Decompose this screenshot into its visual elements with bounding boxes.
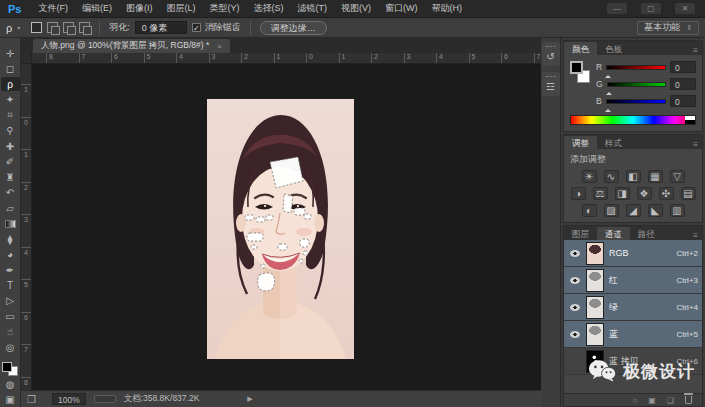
menu-item-select[interactable]: 选择(S) [246,2,290,15]
add-to-selection-icon[interactable] [47,22,58,33]
quick-mask-button[interactable]: ◍ [1,377,20,391]
history-brush-tool[interactable]: ↶ [1,185,20,199]
healing-brush-tool[interactable]: ✚ [1,139,20,153]
vibrance-icon[interactable]: ▽ [670,170,685,183]
type-tool[interactable]: T [1,278,20,292]
marquee-tool[interactable]: ◻ [1,61,20,75]
channel-row-blue[interactable]: 蓝 Ctrl+5 [564,321,702,348]
menu-item-file[interactable]: 文件(F) [31,2,75,15]
foreground-color-swatch[interactable] [2,362,12,372]
load-selection-icon[interactable]: ○ [632,396,637,405]
foreground-color-swatch[interactable] [570,61,583,74]
crop-tool[interactable]: ⌗ [1,108,20,122]
color-spectrum-ramp[interactable] [570,115,696,125]
blur-tool[interactable]: ⧫ [1,232,20,246]
portrait-image[interactable] [207,99,354,359]
vertical-ruler[interactable]: 1012345678 [21,64,32,390]
refine-edge-button[interactable]: 调整边缘… [260,21,327,35]
subtract-from-selection-icon[interactable] [63,22,74,33]
feather-input[interactable]: 0 像素 [135,21,187,34]
visibility-eye-icon[interactable] [568,249,581,258]
shape-tool[interactable]: ▭ [1,309,20,323]
panel-menu-icon[interactable]: ≡ [693,231,702,240]
new-channel-icon[interactable]: ❏ [667,396,674,405]
status-menu-arrow-icon[interactable]: ▶ [247,395,252,403]
tab-styles[interactable]: 样式 [597,136,630,149]
dodge-tool[interactable]: ◕ [1,247,20,261]
photo-filter-icon[interactable]: ❖ [637,187,652,200]
horizontal-ruler[interactable]: 8765432101234567 [21,53,541,64]
red-slider[interactable] [606,65,666,70]
screen-mode-button[interactable]: ▣ [1,393,20,407]
levels-icon[interactable]: ∿ [604,170,619,183]
antialias-checkbox[interactable]: ✓ 消除锯齿 [192,21,241,34]
menu-item-view[interactable]: 视图(V) [334,2,378,15]
green-slider[interactable] [607,82,666,87]
zoom-level-input[interactable]: 100% [52,393,86,405]
move-tool[interactable]: ✛ [1,46,20,60]
close-button[interactable]: ✕ [675,3,695,14]
red-value-input[interactable]: 0 [670,61,696,73]
threshold-icon[interactable]: ◢ [626,204,641,217]
channel-thumbnail[interactable] [586,269,604,292]
channel-row-green[interactable]: 绿 Ctrl+4 [564,294,702,321]
brush-tool[interactable]: ✐ [1,154,20,168]
blue-slider[interactable] [606,99,666,104]
tab-layers[interactable]: 图层 [564,227,597,240]
menu-item-window[interactable]: 窗口(W) [378,2,425,15]
tab-adjustments[interactable]: 调整 [564,136,597,149]
gradient-map-icon[interactable]: ▥ [670,204,685,217]
menu-item-layer[interactable]: 图层(L) [159,2,202,15]
save-selection-icon[interactable]: ▣ [648,396,656,405]
panel-menu-icon[interactable]: ≡ [693,140,702,149]
channel-thumbnail[interactable] [586,296,604,319]
blue-value-input[interactable]: 0 [670,95,696,107]
lasso-tool-icon[interactable]: ρ [6,22,12,34]
selective-color-icon[interactable]: ◣ [648,204,663,217]
clone-stamp-tool[interactable]: ♜ [1,170,20,184]
brightness-contrast-icon[interactable]: ☀ [582,170,597,183]
maximize-button[interactable]: ▢ [641,3,661,14]
color-lookup-icon[interactable]: ▤ [681,187,696,200]
document-tab[interactable]: 人物.png @ 100%(背景图层 拷贝, RGB/8#) * × [33,39,230,53]
lasso-tool[interactable]: ρ [1,77,20,91]
menu-item-help[interactable]: 帮助(H) [424,2,469,15]
intersect-selection-icon[interactable] [79,22,90,33]
tab-paths[interactable]: 路径 [630,227,663,240]
gradient-tool[interactable] [1,216,20,230]
visibility-eye-icon[interactable] [568,330,581,339]
green-value-input[interactable]: 0 [670,78,696,90]
channel-mixer-icon[interactable]: ✣ [659,187,674,200]
quick-selection-tool[interactable]: ✦ [1,92,20,106]
tab-channels[interactable]: 通道 [597,227,630,240]
channel-row-rgb[interactable]: RGB Ctrl+2 [564,240,702,267]
black-white-icon[interactable]: ◨ [615,187,630,200]
new-selection-icon[interactable] [31,22,42,33]
pen-tool[interactable]: ✒ [1,263,20,277]
minimize-button[interactable]: — [607,3,627,14]
visibility-eye-empty[interactable] [568,357,581,366]
panel-menu-icon[interactable]: ≡ [693,46,702,55]
menu-item-type[interactable]: 类型(Y) [202,2,246,15]
invert-icon[interactable]: ◐ [582,204,597,217]
menu-item-edit[interactable]: 编辑(E) [75,2,119,15]
history-panel-button[interactable]: ↺ [542,42,560,66]
visibility-eye-icon[interactable] [568,276,581,285]
channel-row-red[interactable]: 红 Ctrl+3 [564,267,702,294]
tab-color[interactable]: 颜色 [564,42,597,55]
eraser-tool[interactable]: ▱ [1,201,20,215]
tab-swatches[interactable]: 色板 [597,42,630,55]
posterize-icon[interactable]: ▨ [604,204,619,217]
tab-close-icon[interactable]: × [217,42,222,51]
color-balance-icon[interactable]: ⚖ [593,187,608,200]
exposure-icon[interactable]: ▦ [648,170,663,183]
curves-icon[interactable]: ◧ [626,170,641,183]
delete-channel-icon[interactable] [685,396,692,404]
menu-item-image[interactable]: 图像(I) [119,2,160,15]
path-selection-tool[interactable]: ▷ [1,294,20,308]
properties-panel-button[interactable]: ☲ [542,72,560,96]
zoom-tool[interactable]: ◎ [1,340,20,354]
channel-thumbnail[interactable] [586,242,604,265]
canvas[interactable] [32,64,541,390]
menu-item-filter[interactable]: 滤镜(T) [290,2,334,15]
